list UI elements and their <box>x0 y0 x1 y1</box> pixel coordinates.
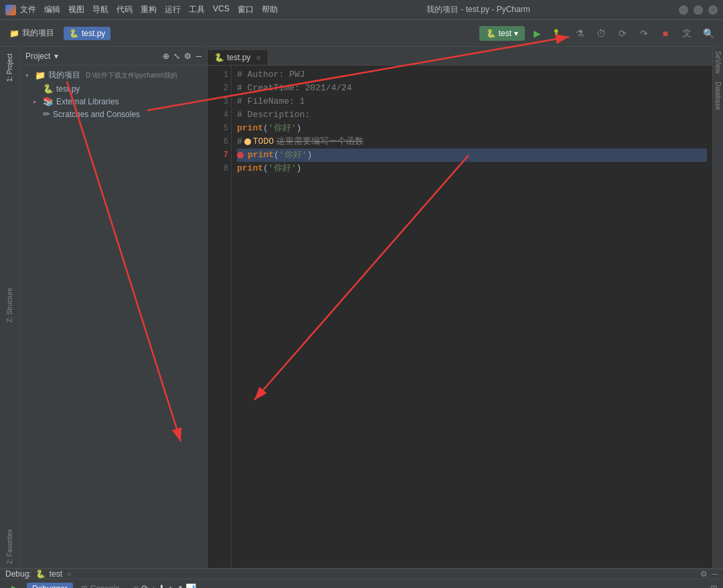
editor-tab-testpy[interactable]: 🐍 test.py ✕ <box>208 50 268 65</box>
tree-root-project[interactable]: ▾ 📁 我的项目 D:\软件下载文件\pycharm\我的 <box>20 68 207 82</box>
debug-tab-file-icon: 🐍 <box>35 569 46 579</box>
menu-window[interactable]: 窗口 <box>238 4 254 15</box>
menu-view[interactable]: 视图 <box>68 4 84 15</box>
debugger-tab[interactable]: Debugger <box>27 583 73 589</box>
profile-button[interactable]: ⏱ <box>592 24 611 43</box>
tab-close-button[interactable]: ✕ <box>256 54 261 62</box>
code-keyword-print2: print <box>248 149 274 162</box>
app-logo <box>5 5 16 15</box>
current-file-name: test.py <box>82 29 105 38</box>
project-folder-icon: 📁 <box>35 70 46 80</box>
debug-step-into[interactable]: ↓ <box>151 583 156 588</box>
code-string-1: '你好' <box>268 122 297 135</box>
code-comment-2: # CreatTime: 2021/4/24 <box>237 82 352 95</box>
console-tab[interactable]: ⊞ Console <box>76 583 125 589</box>
structure-panel-tab[interactable]: Z: Structure <box>5 284 15 326</box>
debug-toolbar-icon1[interactable]: ≡ <box>133 583 139 589</box>
code-line-7: print ( '你好' ) <box>237 149 707 162</box>
panel-settings-icon[interactable]: ⚙ <box>184 52 191 61</box>
se-view-tab[interactable]: SeView <box>713 47 723 78</box>
run-button[interactable]: ▶ <box>528 24 546 43</box>
scroll-to-source-icon[interactable]: ⤡ <box>173 52 180 61</box>
code-line-5: print ( '你好' ) <box>237 122 707 135</box>
python-file-icon: 🐍 <box>43 84 54 94</box>
translate-button[interactable]: 文 <box>677 24 696 43</box>
code-editor[interactable]: # Author: PWJ # CreatTime: 2021/4/24 # F… <box>232 66 712 568</box>
debug-button[interactable]: 🐛 <box>549 24 568 43</box>
console-tab-icon: ⊞ <box>81 584 88 589</box>
panel-close-icon[interactable]: ─ <box>195 52 202 61</box>
project-panel-tab[interactable]: 1: Project <box>5 50 15 86</box>
menu-code[interactable]: 代码 <box>116 4 133 15</box>
project-name: 我的项目 <box>22 27 54 39</box>
left-strip: 1: Project Z: Structure 2: Favorites <box>0 47 20 568</box>
debug-header-icons: ⚙ ─ <box>700 569 718 579</box>
menu-file[interactable]: 文件 <box>20 4 36 15</box>
coverage-button[interactable]: ⚗ <box>570 24 589 43</box>
search-everywhere-button[interactable]: 🔍 <box>699 24 718 43</box>
tree-external-libraries[interactable]: ▸ 📚 External Libraries <box>20 95 207 108</box>
database-tab[interactable]: Database <box>713 78 723 114</box>
add-content-icon[interactable]: ⊕ <box>163 52 169 61</box>
debug-panel-header: Debug: 🐍 test ✕ ⚙ ─ <box>0 569 723 579</box>
debug-minimize-icon[interactable]: ─ <box>712 569 718 579</box>
menu-navigate[interactable]: 导航 <box>92 4 108 15</box>
code-line-6: # TODO 这里需要编写一个函数 <box>237 135 707 149</box>
run-config-name: test <box>499 29 511 38</box>
code-line-4: # Description: <box>237 108 707 122</box>
code-line-3: # FileName: 1 <box>237 95 707 108</box>
debug-evaluate[interactable]: 📊 <box>185 583 196 588</box>
debug-settings-icon[interactable]: ⚙ <box>700 569 708 579</box>
project-label[interactable]: 📁 我的项目 <box>5 25 58 41</box>
step-over-button[interactable]: ↷ <box>635 24 653 43</box>
debug-run-to-cursor[interactable]: ↗ <box>175 583 183 588</box>
current-file-tab[interactable]: 🐍 test.py <box>64 27 110 40</box>
scratches-icon: ✏ <box>43 109 50 119</box>
debug-tab-name[interactable]: test <box>50 569 62 579</box>
editor-content: 1 2 3 4 5 6 7 8 # Author: PWJ # CreatTim… <box>208 66 712 568</box>
menu-help[interactable]: 帮助 <box>262 4 278 15</box>
code-comment-3: # FileName: 1 <box>237 95 305 108</box>
tree-file-testpy[interactable]: 🐍 test.py <box>20 82 207 95</box>
title-bar: 文件 编辑 视图 导航 代码 重构 运行 工具 VCS 窗口 帮助 我的项目 -… <box>0 0 723 20</box>
concurrency-button[interactable]: ⟳ <box>613 24 632 43</box>
debug-step-into-my[interactable]: ⬇ <box>158 583 165 588</box>
maximize-button[interactable]: □ <box>694 5 703 15</box>
menu-run[interactable]: 运行 <box>165 4 181 15</box>
project-tree: ▾ 📁 我的项目 D:\软件下载文件\pycharm\我的 🐍 test.py … <box>20 66 207 568</box>
debug-restore-layout-icon[interactable]: ⊞ <box>710 583 718 588</box>
code-comment-4: # Description: <box>237 108 310 122</box>
close-button[interactable]: ✕ <box>708 5 718 15</box>
code-keyword-print: print <box>237 122 263 135</box>
tree-scratches-consoles[interactable]: ✏ Scratches and Consoles <box>20 108 207 120</box>
console-tab-label: Console <box>90 584 120 589</box>
run-config-button[interactable]: 🐍 test ▾ <box>479 26 525 41</box>
menu-refactor[interactable]: 重构 <box>141 4 157 15</box>
right-strip: SeView Database <box>712 47 723 568</box>
debug-tab-close[interactable]: ✕ <box>66 571 72 578</box>
todo-dot <box>244 138 251 145</box>
file-icon: 🐍 <box>69 29 79 38</box>
favorites-panel-tab[interactable]: 2: Favorites <box>5 525 15 568</box>
project-panel: Project ▾ ⊕ ⤡ ⚙ ─ ▾ 📁 我的项目 D:\软件下载文件\pyc… <box>20 47 208 568</box>
stop-button[interactable]: ■ <box>656 24 675 43</box>
debug-resume-icon[interactable]: ▶ <box>5 579 24 589</box>
minimize-button[interactable]: ─ <box>679 5 688 15</box>
editor-area: 🐍 test.py ✕ 1 2 3 4 5 6 7 8 # Author: PW… <box>208 47 712 568</box>
project-icon: 📁 <box>9 29 19 38</box>
code-line-2: # CreatTime: 2021/4/24 <box>237 82 707 95</box>
panel-dropdown-icon: ▾ <box>54 52 58 61</box>
menu-bar[interactable]: 文件 编辑 视图 导航 代码 重构 运行 工具 VCS 窗口 帮助 <box>20 4 278 15</box>
run-config-dropdown-icon: ▾ <box>514 29 518 38</box>
main-layout: 1: Project Z: Structure 2: Favorites Pro… <box>0 47 723 568</box>
breakpoint-marker <box>237 152 244 159</box>
project-panel-header: Project ▾ ⊕ ⤡ ⚙ ─ <box>20 47 207 66</box>
window-title: 我的项目 - test.py - PyCharm <box>278 4 679 15</box>
menu-edit[interactable]: 编辑 <box>44 4 60 15</box>
menu-tools[interactable]: 工具 <box>189 4 205 15</box>
debug-step-out[interactable]: ↑ <box>168 583 173 588</box>
menu-vcs[interactable]: VCS <box>213 4 230 15</box>
code-keyword-print3: print <box>237 162 263 175</box>
debug-step-over[interactable]: ↷ <box>141 583 149 588</box>
window-controls[interactable]: ─ □ ✕ <box>679 5 718 15</box>
